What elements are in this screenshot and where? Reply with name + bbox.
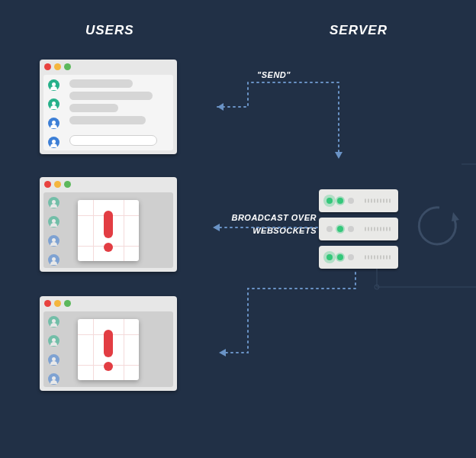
server-led-icon [348,254,354,260]
server-rack [319,218,398,240]
server-led-icon [337,226,343,232]
window-max-dot [64,181,71,188]
svg-marker-0 [452,212,459,221]
server-led-icon [326,198,333,204]
user-list-sidebar [43,311,66,387]
user-avatar-icon [48,197,60,208]
svg-marker-3 [213,224,220,231]
svg-marker-4 [219,349,226,356]
server-rack [319,246,398,269]
user-browser-1 [40,60,177,154]
server-heading: SERVER [330,23,388,38]
server-led-icon [326,226,333,232]
user-list-sidebar [43,192,66,268]
exclamation-icon [104,362,113,371]
window-max-dot [64,300,71,307]
chat-bubble [69,104,118,112]
chat-bubble [69,92,153,100]
window-content [43,75,173,150]
user-avatar-icon [48,254,60,266]
window-max-dot [64,63,71,70]
svg-marker-1 [217,103,224,111]
user-list-sidebar [43,75,66,150]
error-dialog [78,200,139,261]
broadcast-label-line2: WEBSOCKETS [252,226,317,235]
window-close-dot [44,181,51,188]
server-led-icon [337,254,343,260]
server-led-icon [326,254,333,260]
user-avatar-icon [48,79,60,91]
window-min-dot [54,300,61,307]
server-stack [319,189,398,274]
window-close-dot [44,63,51,70]
chat-bubble [69,79,133,88]
user-avatar-icon [48,118,60,129]
chat-bubble [69,116,146,124]
window-close-dot [44,300,51,307]
server-led-icon [348,226,354,232]
exclamation-icon [104,330,113,357]
users-heading: USERS [85,23,134,38]
window-min-dot [54,63,61,70]
window-titlebar [40,177,177,191]
svg-marker-2 [335,152,343,159]
broadcast-label: BROADCAST OVER WEBSOCKETS [225,211,317,237]
window-titlebar [40,60,177,73]
window-min-dot [54,181,61,188]
server-led-icon [337,198,343,204]
exclamation-icon [104,243,113,252]
user-avatar-icon [48,137,60,148]
user-avatar-icon [48,316,60,327]
chat-column [66,75,173,150]
server-led-icon [348,198,354,204]
user-browser-2 [40,177,177,272]
svg-point-5 [375,285,379,289]
chat-input [69,135,157,146]
broadcast-label-line1: BROADCAST OVER [231,213,317,222]
send-label: "SEND" [257,69,291,82]
refresh-icon [418,205,461,247]
user-avatar-icon [48,335,60,347]
user-avatar-icon [48,354,60,366]
server-rack [319,189,398,212]
exclamation-icon [104,211,113,238]
user-avatar-icon [48,216,60,227]
error-dialog [78,319,139,380]
user-avatar-icon [48,235,60,247]
user-browser-3 [40,296,177,391]
user-avatar-icon [48,373,60,385]
window-titlebar [40,296,177,310]
user-avatar-icon [48,98,60,110]
